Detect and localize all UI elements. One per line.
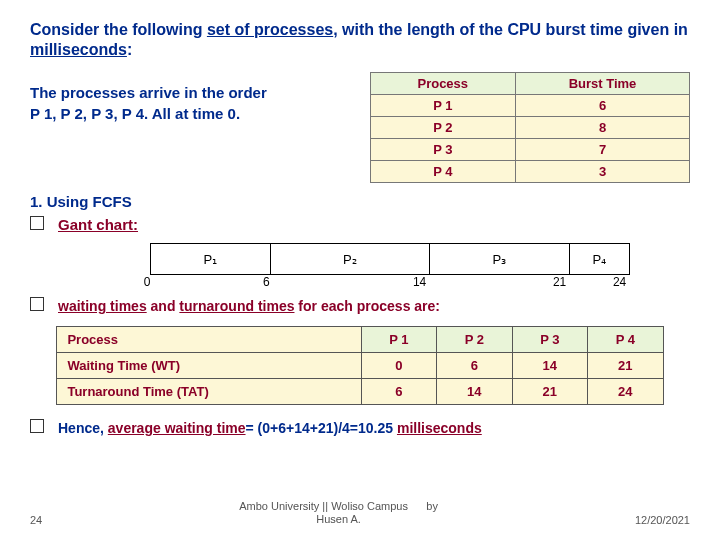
cell: 6 bbox=[437, 353, 512, 379]
gantt-segment: P₄ bbox=[570, 244, 630, 274]
cell: 7 bbox=[516, 139, 690, 161]
title-colon: : bbox=[127, 41, 132, 58]
title-underline-1: set of processes bbox=[207, 21, 333, 38]
checkbox-icon bbox=[30, 216, 44, 230]
col-hdr: Process bbox=[57, 327, 361, 353]
section-heading: 1. Using FCFS bbox=[30, 193, 690, 210]
bullet-gantt: Gant chart: bbox=[30, 214, 690, 233]
table-row: P 1 6 bbox=[370, 95, 690, 117]
cell: 24 bbox=[588, 379, 664, 405]
conclusion-hence: Hence, bbox=[58, 420, 108, 436]
wt-text: waiting times and turnaround times for e… bbox=[58, 298, 440, 314]
col-process: Process bbox=[370, 73, 516, 95]
table-header-row: Process P 1 P 2 P 3 P 4 bbox=[57, 327, 663, 353]
metrics-table: Process P 1 P 2 P 3 P 4 Waiting Time (WT… bbox=[56, 326, 663, 405]
gantt-segment: P₁ bbox=[151, 244, 271, 274]
slide: Consider the following set of processes,… bbox=[0, 0, 720, 540]
process-table: Process Burst Time P 1 6 P 2 8 P 3 7 bbox=[370, 72, 691, 183]
conclusion-eq: = (0+6+14+21)/4=10.25 bbox=[246, 420, 397, 436]
conclusion-avg: average waiting time bbox=[108, 420, 246, 436]
row-label: Waiting Time (WT) bbox=[57, 353, 361, 379]
gantt-segment: P₂ bbox=[271, 244, 430, 274]
conclusion: Hence, average waiting time= (0+6+14+21)… bbox=[30, 417, 690, 436]
cell: 6 bbox=[361, 379, 436, 405]
cell: 3 bbox=[516, 161, 690, 183]
gantt-tick: 21 bbox=[430, 275, 570, 289]
col-burst: Burst Time bbox=[516, 73, 690, 95]
wt-mid: and bbox=[147, 298, 180, 314]
gantt-chart: P₁P₂P₃P₄ 06142124 bbox=[150, 243, 630, 289]
title-underline-2: milliseconds bbox=[30, 41, 127, 58]
gantt-segment: P₃ bbox=[430, 244, 570, 274]
page-number: 24 bbox=[30, 514, 42, 526]
cell: 6 bbox=[516, 95, 690, 117]
bullet-label: Gant chart: bbox=[58, 216, 138, 233]
gantt-time-axis: 06142124 bbox=[150, 275, 630, 289]
table-row: P 3 7 bbox=[370, 139, 690, 161]
cell: P 4 bbox=[370, 161, 516, 183]
gantt-tick: 6 bbox=[150, 275, 270, 289]
checkbox-icon bbox=[30, 419, 44, 433]
footer-line1: Ambo University || Woliso Campus bbox=[239, 500, 408, 512]
gantt-tick: 14 bbox=[270, 275, 430, 289]
cell: 14 bbox=[437, 379, 512, 405]
arrival-line-2: P 1, P 2, P 3, P 4. All at time 0. bbox=[30, 103, 350, 124]
cell: 21 bbox=[512, 379, 587, 405]
cell: P 3 bbox=[370, 139, 516, 161]
table-row: Turnaround Time (TAT) 6 14 21 24 bbox=[57, 379, 663, 405]
arrival-text: The processes arrive in the order P 1, P… bbox=[30, 72, 350, 183]
arrival-line-1: The processes arrive in the order bbox=[30, 82, 350, 103]
footer: 24 Ambo University || Woliso Campus by H… bbox=[30, 500, 690, 526]
gantt-tick: 24 bbox=[570, 275, 630, 289]
title-text-1: Consider the following bbox=[30, 21, 207, 38]
conclusion-text: Hence, average waiting time= (0+6+14+21)… bbox=[58, 420, 482, 436]
cell: 8 bbox=[516, 117, 690, 139]
title-text-2: , with the length of the CPU burst time … bbox=[333, 21, 688, 38]
footer-center: Ambo University || Woliso Campus by Huse… bbox=[42, 500, 635, 526]
gantt-row: P₁P₂P₃P₄ bbox=[150, 243, 630, 275]
slide-title: Consider the following set of processes,… bbox=[30, 20, 690, 60]
cell: 0 bbox=[361, 353, 436, 379]
table-row: Waiting Time (WT) 0 6 14 21 bbox=[57, 353, 663, 379]
conclusion-unit: milliseconds bbox=[397, 420, 482, 436]
wt-post: for each process are: bbox=[294, 298, 440, 314]
cell: P 1 bbox=[370, 95, 516, 117]
table-row: P 2 8 bbox=[370, 117, 690, 139]
table-header-row: Process Burst Time bbox=[370, 73, 690, 95]
body-row: The processes arrive in the order P 1, P… bbox=[30, 72, 690, 183]
footer-by: by bbox=[426, 500, 438, 512]
cell: 14 bbox=[512, 353, 587, 379]
table-row: P 4 3 bbox=[370, 161, 690, 183]
row-label: Turnaround Time (TAT) bbox=[57, 379, 361, 405]
footer-date: 12/20/2021 bbox=[635, 514, 690, 526]
wt-underline-1: waiting times bbox=[58, 298, 147, 314]
col-hdr: P 4 bbox=[588, 327, 664, 353]
cell: P 2 bbox=[370, 117, 516, 139]
col-hdr: P 3 bbox=[512, 327, 587, 353]
wt-underline-2: turnaround times bbox=[179, 298, 294, 314]
col-hdr: P 1 bbox=[361, 327, 436, 353]
waiting-times-intro: waiting times and turnaround times for e… bbox=[30, 295, 690, 314]
cell: 21 bbox=[588, 353, 664, 379]
footer-line2: Husen A. bbox=[316, 513, 361, 525]
col-hdr: P 2 bbox=[437, 327, 512, 353]
checkbox-icon bbox=[30, 297, 44, 311]
